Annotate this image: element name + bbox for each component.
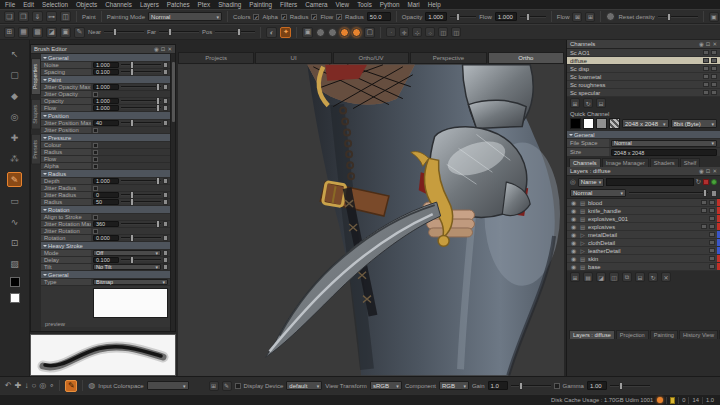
reset-box[interactable] xyxy=(163,199,168,205)
file-space-dropdown[interactable]: Normal▾ xyxy=(611,140,717,147)
layer-thumb[interactable] xyxy=(709,216,715,221)
detach-icon[interactable]: ⊡ xyxy=(161,46,166,52)
warp-tool-icon[interactable]: ⁂ xyxy=(7,151,22,166)
stroke-preview[interactable] xyxy=(30,334,176,376)
tab-layers-diffuse[interactable]: Layers : diffuse xyxy=(569,330,615,339)
fill-tool-icon[interactable]: ◆ xyxy=(7,88,22,103)
gamma-slider[interactable] xyxy=(610,385,650,387)
flow-toggle-a-icon[interactable]: ⊠ xyxy=(572,12,582,22)
checkbox[interactable] xyxy=(93,157,98,162)
layer-row[interactable]: ◉▤explosives_001 xyxy=(567,215,720,223)
channel-row[interactable]: Sc specular xyxy=(567,89,720,97)
component-dropdown[interactable]: RGB▾ xyxy=(439,381,469,390)
quick-depth-dropdown[interactable]: 8bit (Byte)▾ xyxy=(671,119,718,128)
menu-edit[interactable]: Edit xyxy=(23,1,34,8)
tab-perspective[interactable]: Perspective xyxy=(410,52,486,64)
cache-layer-icon[interactable]: ↻ xyxy=(648,272,658,282)
opacity-value[interactable]: 1.000 xyxy=(425,12,447,21)
filter-dropdown[interactable]: Name▾ xyxy=(578,178,605,187)
visibility-icon[interactable]: ◉ xyxy=(570,199,577,206)
visibility-icon[interactable]: ◉ xyxy=(570,223,577,230)
value-box[interactable]: 1.000 xyxy=(93,178,119,184)
paint-tool-icon[interactable]: ✎ xyxy=(7,172,22,187)
type-dropdown[interactable]: Bitmap▾ xyxy=(93,279,168,285)
slider[interactable] xyxy=(121,223,161,225)
tab-shelf[interactable]: Shelf xyxy=(680,158,701,167)
quick-size-dropdown[interactable]: 2048 x 2048▾ xyxy=(622,119,669,128)
foreground-color-swatch[interactable] xyxy=(10,277,20,287)
reset-box[interactable] xyxy=(163,257,168,263)
quick-swatch-gray[interactable] xyxy=(596,118,607,129)
tab-ortho-uv[interactable]: Ortho/UV xyxy=(333,52,409,64)
brush-tip-preview[interactable] xyxy=(93,288,168,318)
refresh-icon[interactable]: ↻ xyxy=(696,178,701,186)
mirror-b-icon[interactable]: ◫ xyxy=(451,27,461,37)
copy-channel-icon[interactable]: ⊟ xyxy=(596,98,606,108)
lut-checkbox[interactable] xyxy=(235,383,241,389)
layer-thumb[interactable] xyxy=(709,264,715,269)
alpha-checkbox[interactable]: ✓ xyxy=(281,14,287,20)
marquee-tool-icon[interactable]: ▢ xyxy=(7,67,22,82)
clone-tool-icon[interactable]: ⊡ xyxy=(7,235,22,250)
visibility-icon[interactable]: ◉ xyxy=(570,207,577,214)
symmetry-y-icon[interactable]: ⊹ xyxy=(412,27,422,37)
menu-help[interactable]: Help xyxy=(428,1,441,8)
reset-box[interactable] xyxy=(163,98,168,104)
radius-value[interactable]: 50.0 xyxy=(367,12,391,21)
slider[interactable] xyxy=(121,86,161,88)
slider[interactable] xyxy=(121,201,161,203)
checkbox[interactable] xyxy=(93,164,98,169)
section-radius[interactable]: Radius xyxy=(41,170,170,178)
detach-icon[interactable]: ⊡ xyxy=(706,168,711,174)
checkbox[interactable] xyxy=(93,186,98,191)
select-tool-icon[interactable]: ↖ xyxy=(7,46,22,61)
layer-amount-slider[interactable] xyxy=(629,192,708,194)
layer-row[interactable]: ◉▤explosives xyxy=(567,223,720,231)
lighting-env-icon[interactable] xyxy=(352,28,361,37)
reset-box[interactable] xyxy=(163,84,168,90)
layer-mask-thumb[interactable] xyxy=(709,208,715,213)
layer-mask-thumb[interactable] xyxy=(709,200,715,205)
eraser-tool-icon[interactable]: ▭ xyxy=(7,193,22,208)
background-color-swatch[interactable] xyxy=(10,293,20,303)
tile-view-icon[interactable]: ▩ xyxy=(32,27,43,38)
pin-icon[interactable]: ◉ xyxy=(699,41,704,47)
section-paint[interactable]: Paint xyxy=(41,76,170,84)
falloff-icon[interactable]: ∘ xyxy=(49,381,54,390)
pin-icon[interactable]: ◉ xyxy=(699,168,704,174)
paint-buffer-icon[interactable]: ✎ xyxy=(222,381,232,391)
lighting-flat-icon[interactable] xyxy=(316,28,325,37)
add-layer-icon[interactable]: ⊞ xyxy=(570,272,580,282)
slider[interactable] xyxy=(121,259,161,261)
layer-mask-thumb[interactable] xyxy=(709,224,715,229)
checkbox[interactable] xyxy=(93,143,98,148)
channel-row[interactable]: Sc AO1 xyxy=(567,49,720,57)
menu-camera[interactable]: Camera xyxy=(305,1,327,8)
value-box[interactable]: 0 xyxy=(93,192,119,198)
flow-value[interactable]: 1.000 xyxy=(495,12,517,21)
uv-view-icon[interactable]: ⊞ xyxy=(4,27,15,38)
paint-target-icon[interactable]: ✦ xyxy=(280,27,291,38)
slider[interactable] xyxy=(121,71,161,73)
gain-slider[interactable] xyxy=(511,385,551,387)
flow-checkbox[interactable]: ✓ xyxy=(336,14,342,20)
add-adjustment-icon[interactable]: ◪ xyxy=(596,272,606,282)
layer-thumb[interactable] xyxy=(709,248,715,253)
menu-channels[interactable]: Channels xyxy=(105,1,132,8)
slider[interactable] xyxy=(121,100,161,102)
quick-swatch-checker[interactable] xyxy=(609,118,620,129)
layer-thumb[interactable] xyxy=(701,208,707,213)
lighting-basic-icon[interactable] xyxy=(328,28,337,37)
layer-thumb[interactable] xyxy=(701,200,707,205)
radius-checkbox[interactable]: ✓ xyxy=(311,14,317,20)
channel-row[interactable]: Sc disp xyxy=(567,65,720,73)
value-box[interactable]: 1.000 xyxy=(93,84,119,90)
add-group-icon[interactable]: ▤ xyxy=(583,272,593,282)
visibility-icon[interactable]: ◉ xyxy=(570,263,577,270)
visibility-icon[interactable]: ◉ xyxy=(570,239,577,246)
value-box[interactable]: 1.000 xyxy=(93,62,119,68)
tab-projection[interactable]: Projection xyxy=(616,330,649,339)
slider[interactable] xyxy=(121,194,161,196)
menu-filters[interactable]: Filters xyxy=(280,1,297,8)
reset-box[interactable] xyxy=(163,192,168,198)
